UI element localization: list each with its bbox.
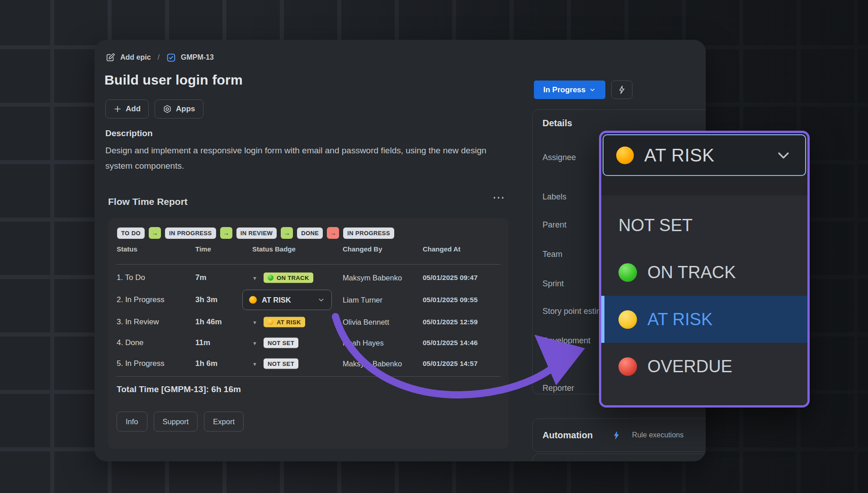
expand-triangle-icon[interactable]: ▼: [252, 361, 257, 366]
dropdown-option-label: NOT SET: [618, 216, 693, 235]
breadcrumb-issue-key-label: GMPM-13: [181, 53, 214, 62]
row-time: 1h 46m: [195, 318, 222, 327]
row-badge-cell: ▼ NOT SET: [252, 359, 298, 369]
automation-bolt-button[interactable]: [611, 81, 632, 99]
dropdown-trigger[interactable]: AT RISK: [603, 134, 806, 176]
expand-triangle-icon[interactable]: ▼: [252, 340, 257, 346]
row-changed-by: Noah Hayes: [343, 339, 384, 347]
support-button[interactable]: Support: [154, 412, 198, 431]
red-dot-icon: [618, 357, 637, 376]
green-dot-icon: [618, 263, 637, 282]
row-changed-at: 05/01/2025 14:46: [423, 339, 478, 347]
page-title[interactable]: Build user login form: [104, 72, 243, 88]
column-header: Changed At: [423, 245, 461, 253]
status-badge-label: NOT SET: [268, 360, 294, 367]
issue-status-button[interactable]: In Progress: [534, 81, 605, 99]
total-time-label: Total Time [GMPM-13]: 6h 16m: [117, 384, 241, 394]
issue-status-label: In Progress: [543, 85, 586, 95]
yellow-dot-icon: [618, 310, 637, 329]
collapsed-panel-edge: [532, 454, 706, 461]
row-status: 2. In Progress: [117, 295, 165, 304]
table-divider: [116, 376, 500, 377]
workflow-step: DONE: [297, 228, 323, 239]
row-time: 7m: [195, 273, 207, 282]
dropdown-gap: [601, 177, 807, 195]
chevron-down-icon: [774, 146, 793, 164]
automation-heading: Automation: [542, 430, 593, 441]
add-button-label: Add: [126, 104, 141, 114]
workflow-step: IN PROGRESS: [343, 228, 394, 239]
workflow-arrow-icon: →: [281, 227, 293, 239]
status-badge-dropdown: AT RISK NOT SET ON TRACK AT RISK OVERDUE: [599, 131, 810, 408]
status-badge-not-set[interactable]: NOT SET: [264, 338, 298, 348]
add-button[interactable]: Add: [105, 100, 149, 119]
breadcrumb: Add epic / GMPM-13: [105, 51, 214, 64]
dropdown-option-overdue[interactable]: OVERDUE: [601, 343, 807, 390]
dropdown-selected-label: AT RISK: [644, 145, 714, 166]
dropdown-options-list: NOT SET ON TRACK AT RISK OVERDUE: [601, 195, 807, 405]
workflow-arrow-red-icon: →: [327, 227, 339, 239]
table-header-row: Status Time Status Badge Changed By Chan…: [108, 245, 509, 257]
report-heading: Flow Time Report: [108, 196, 188, 207]
table-row: 2. In Progress 3h 3m AT RISK Liam Turner…: [108, 289, 509, 311]
status-badge-at-risk[interactable]: AT RISK: [264, 317, 305, 327]
status-badge-on-track[interactable]: ON TRACK: [264, 273, 313, 283]
column-header: Changed By: [343, 245, 382, 253]
expand-triangle-icon[interactable]: ▼: [252, 275, 257, 280]
apps-button[interactable]: Apps: [155, 100, 203, 119]
status-badge-label: NOT SET: [268, 340, 294, 346]
table-row: 4. Done 11m ▼ NOT SET Noah Hayes 05/01/2…: [108, 333, 509, 353]
breadcrumb-separator: /: [158, 53, 160, 62]
apps-hexagon-icon: [163, 104, 172, 114]
chevron-down-icon: [589, 86, 596, 93]
table-row: 3. In Review 1h 46m ▼ AT RISK Olivia Ben…: [108, 312, 509, 332]
workflow-arrow-icon: →: [149, 227, 161, 239]
apps-button-label: Apps: [176, 104, 195, 114]
lightning-bolt-icon: [612, 431, 621, 440]
row-badge-cell: ▼ ON TRACK: [252, 273, 313, 283]
details-heading: Details: [542, 118, 572, 128]
description-body[interactable]: Design and implement a responsive login …: [105, 143, 503, 174]
dropdown-option-at-risk[interactable]: AT RISK: [601, 296, 807, 343]
breadcrumb-add-epic[interactable]: Add epic: [105, 52, 151, 62]
task-checkbox-icon: [166, 53, 176, 62]
field-label-development: Development: [542, 336, 590, 346]
export-button[interactable]: Export: [204, 412, 244, 431]
expand-triangle-icon[interactable]: ▼: [252, 319, 257, 325]
dropdown-option-not-set[interactable]: NOT SET: [601, 202, 807, 249]
dropdown-option-label: ON TRACK: [647, 263, 736, 282]
field-label-labels: Labels: [542, 192, 566, 202]
field-label-sprint: Sprint: [542, 279, 564, 289]
workflow-path: TO DO → IN PROGRESS → IN REVIEW → DONE →…: [117, 227, 394, 239]
flow-time-report-panel: TO DO → IN PROGRESS → IN REVIEW → DONE →…: [108, 218, 509, 449]
dropdown-option-on-track[interactable]: ON TRACK: [601, 249, 807, 296]
table-divider: [116, 264, 500, 265]
chevron-down-icon: [317, 296, 325, 304]
more-menu-icon[interactable]: ⋯: [492, 190, 506, 205]
quick-actions-row: Add Apps: [105, 100, 203, 119]
row-changed-at: 05/01/2025 09:47: [423, 274, 478, 282]
row-status: 4. Done: [117, 338, 144, 347]
workflow-step: IN PROGRESS: [165, 228, 216, 239]
row-time: 3h 3m: [195, 295, 217, 304]
status-badge-select[interactable]: AT RISK: [242, 290, 332, 310]
yellow-dot-icon: [249, 296, 257, 304]
workflow-step: TO DO: [117, 228, 145, 239]
yellow-dot-icon: [268, 319, 274, 325]
row-time: 11m: [195, 338, 210, 347]
automation-panel: Automation Rule executions: [532, 418, 706, 452]
column-header: Status Badge: [252, 245, 296, 253]
edit-pencil-icon: [105, 52, 115, 62]
field-label-parent: Parent: [542, 220, 566, 230]
green-dot-icon: [268, 275, 274, 281]
row-changed-by: Maksym Babenko: [343, 274, 402, 282]
table-row: 1. To Do 7m ▼ ON TRACK Maksym Babenko 05…: [108, 268, 509, 288]
column-header: Time: [195, 245, 211, 253]
table-row: 5. In Progress 1h 6m ▼ NOT SET Maksym Ba…: [108, 354, 509, 374]
rule-executions-link[interactable]: Rule executions: [632, 431, 684, 439]
status-badge-not-set[interactable]: NOT SET: [264, 359, 298, 369]
field-label-team: Team: [542, 250, 562, 259]
breadcrumb-issue-key[interactable]: GMPM-13: [166, 53, 214, 62]
column-header: Status: [117, 245, 137, 253]
info-button[interactable]: Info: [117, 412, 147, 431]
